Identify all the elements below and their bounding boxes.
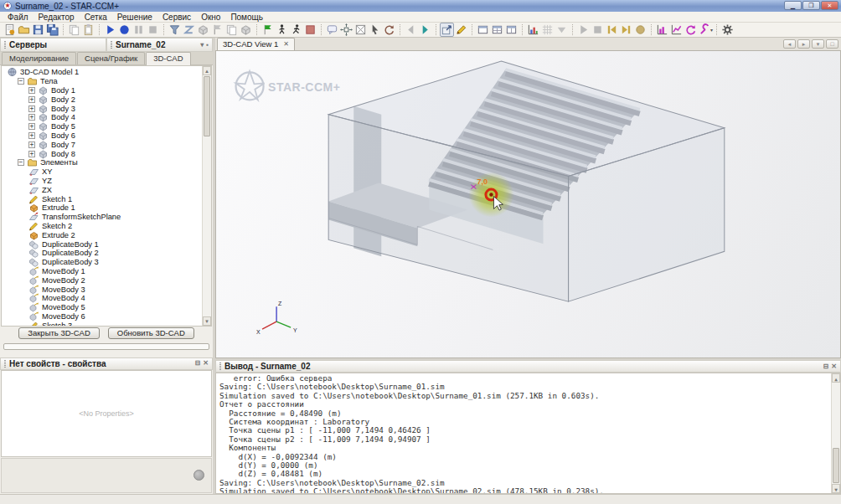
scroll-down-icon[interactable]: ▼ <box>832 484 840 493</box>
tab-scroll-left-icon[interactable]: ◂ <box>783 39 796 49</box>
expand-icon[interactable]: + <box>28 123 35 130</box>
expand-icon[interactable]: + <box>28 105 35 112</box>
tree-item-sketch-3[interactable]: Sketch 3 <box>2 321 211 326</box>
run-solver-icon[interactable] <box>289 23 303 37</box>
pin-icon[interactable]: ▪ <box>206 42 209 49</box>
tree-item-body-2[interactable]: +Body 2 <box>2 95 211 104</box>
reset-view-icon[interactable] <box>353 23 368 37</box>
layout-single-icon[interactable] <box>476 23 490 37</box>
status-indicator[interactable] <box>193 470 204 481</box>
tree-item-movebody-1[interactable]: MoveBody 1 <box>2 267 211 276</box>
step-solver-icon[interactable] <box>275 23 289 37</box>
create-plot-icon[interactable] <box>526 23 540 37</box>
expand-icon[interactable]: + <box>28 87 35 94</box>
tree-item-элементы[interactable]: −Элементы <box>2 158 211 167</box>
menu-окно[interactable]: Окно <box>196 13 225 22</box>
tab-сцена-график[interactable]: Сцена/График <box>77 52 145 64</box>
tree-item-body-6[interactable]: +Body 6 <box>2 131 211 141</box>
simulation-tree[interactable]: 3D-CAD Model 1−Тела+Body 1+Body 2+Body 3… <box>1 65 212 327</box>
probe-marker[interactable]: 7,0 <box>468 172 513 218</box>
start-flag-icon[interactable] <box>261 23 275 37</box>
record-state-icon[interactable] <box>633 23 648 37</box>
expand-icon[interactable]: + <box>28 151 35 157</box>
tree-item-zx[interactable]: ZX <box>2 185 211 194</box>
run-simulation-icon[interactable] <box>103 23 117 37</box>
menu-сетка[interactable]: Сетка <box>80 13 112 22</box>
tree-item-duplicatebody-3[interactable]: DuplicateBody 3 <box>2 258 211 267</box>
layout-split-icon[interactable] <box>504 23 519 37</box>
expand-icon[interactable]: + <box>28 114 35 121</box>
tree-item-тела[interactable]: −Тела <box>2 77 211 86</box>
tree-item-duplicatebody-2[interactable]: DuplicateBody 2 <box>2 249 211 258</box>
tab-list-icon[interactable]: ▾ <box>812 39 824 49</box>
minimize-panel-icon[interactable]: ⊟ <box>195 360 201 367</box>
tab-моделирование[interactable]: Моделирование <box>2 52 76 64</box>
highlight-tool-dropdown-icon[interactable]: ▾ <box>710 27 713 33</box>
minimize-panel-icon[interactable]: ⊟ <box>823 363 829 370</box>
maximize-view-icon[interactable]: □ <box>826 39 838 49</box>
expand-icon[interactable]: + <box>28 141 35 148</box>
close-panel-icon[interactable]: ✕ <box>831 363 837 370</box>
menu-помощь[interactable]: Помощь <box>225 13 268 22</box>
maximize-button[interactable]: ❒ <box>802 1 820 10</box>
refresh-highlight-icon[interactable] <box>684 23 698 37</box>
tree-item-extrude-2[interactable]: Extrude 2 <box>2 230 211 239</box>
expand-icon[interactable]: + <box>28 132 35 139</box>
close-panel-icon[interactable]: ✕ <box>203 360 209 367</box>
tree-item-sketch-2[interactable]: Sketch 2 <box>2 222 211 231</box>
servers-panel-header[interactable]: Серверы <box>0 38 106 52</box>
generate-volume-mesh-icon[interactable] <box>168 23 182 37</box>
tab-scroll-right-icon[interactable]: ▸ <box>797 39 810 49</box>
layout-grid-icon[interactable] <box>490 23 504 37</box>
tree-item-3d-cad-model-1[interactable]: 3D-CAD Model 1 <box>2 68 211 77</box>
tree-item-body-7[interactable]: +Body 7 <box>2 140 211 149</box>
save-all-icon[interactable] <box>45 23 59 37</box>
tab-3d-cad[interactable]: 3D-CAD <box>146 52 190 65</box>
rotate-view-icon[interactable] <box>382 23 396 37</box>
scroll-up-icon[interactable]: ▲ <box>832 373 840 383</box>
view-tab-close-icon[interactable]: ✕ <box>283 40 289 48</box>
menu-сервис[interactable]: Сервис <box>157 13 196 22</box>
expand-icon[interactable]: + <box>28 96 35 103</box>
menu-решение[interactable]: Решение <box>112 13 157 22</box>
highlight-plot-2-icon[interactable] <box>669 23 684 37</box>
tree-item-body-1[interactable]: +Body 1 <box>2 86 211 95</box>
scroll-up-icon[interactable]: ▲ <box>203 66 211 75</box>
titlebar[interactable]: ★ Surname_02 - STAR-CCM+ ▁ ❒ ✕ <box>0 0 841 12</box>
scrollbar-thumb[interactable] <box>204 76 210 136</box>
scrollbar-thumb[interactable] <box>833 448 839 483</box>
tree-item-extrude-1[interactable]: Extrude 1 <box>2 203 211 213</box>
annotation-icon[interactable] <box>325 23 339 37</box>
tree-item-movebody-5[interactable]: MoveBody 5 <box>2 303 211 312</box>
settings-gear-icon[interactable] <box>720 23 735 37</box>
save-icon[interactable] <box>31 23 45 37</box>
close-3dcad-button[interactable]: Закрыть 3D-CAD <box>18 327 100 339</box>
expand-view-icon[interactable] <box>339 23 353 37</box>
edit-scene-icon[interactable] <box>454 23 468 37</box>
view-tab[interactable]: 3D-CAD View 1 ✕ <box>217 38 295 50</box>
minimize-button[interactable]: ▁ <box>784 1 802 10</box>
tree-item-xy[interactable]: XY <box>2 167 211 177</box>
tree-item-movebody-3[interactable]: MoveBody 3 <box>2 285 211 294</box>
tree-item-movebody-2[interactable]: MoveBody 2 <box>2 275 211 285</box>
initialize-solution-icon[interactable] <box>117 23 132 37</box>
collapse-icon[interactable]: − <box>18 159 24 166</box>
tree-item-duplicatebody-1[interactable]: DuplicateBody 1 <box>2 239 211 249</box>
select-tool-icon[interactable] <box>368 23 382 37</box>
3d-viewport[interactable]: STAR-CCM+ <box>215 51 841 358</box>
tree-item-yz[interactable]: YZ <box>2 177 211 186</box>
scroll-down-icon[interactable]: ▼ <box>203 316 211 326</box>
output-panel-header[interactable]: Вывод - Surname_02 ⊟ ✕ <box>215 360 841 373</box>
step-back-icon[interactable] <box>605 23 619 37</box>
tree-item-body-3[interactable]: +Body 3 <box>2 104 211 113</box>
generate-surface-mesh-icon[interactable] <box>182 23 196 37</box>
tree-item-body-4[interactable]: +Body 4 <box>2 113 211 122</box>
highlight-plot-1-icon[interactable] <box>655 23 669 37</box>
new-simulation-icon[interactable] <box>3 23 17 37</box>
tree-item-movebody-4[interactable]: MoveBody 4 <box>2 294 211 303</box>
menu-редактор[interactable]: Редактор <box>34 13 80 22</box>
load-simulation-icon[interactable] <box>17 23 31 37</box>
document-tab-header[interactable]: Surname_02 ▾ ▪ <box>106 38 213 52</box>
tree-item-sketch-1[interactable]: Sketch 1 <box>2 194 211 203</box>
tree-item-movebody-6[interactable]: MoveBody 6 <box>2 312 211 321</box>
